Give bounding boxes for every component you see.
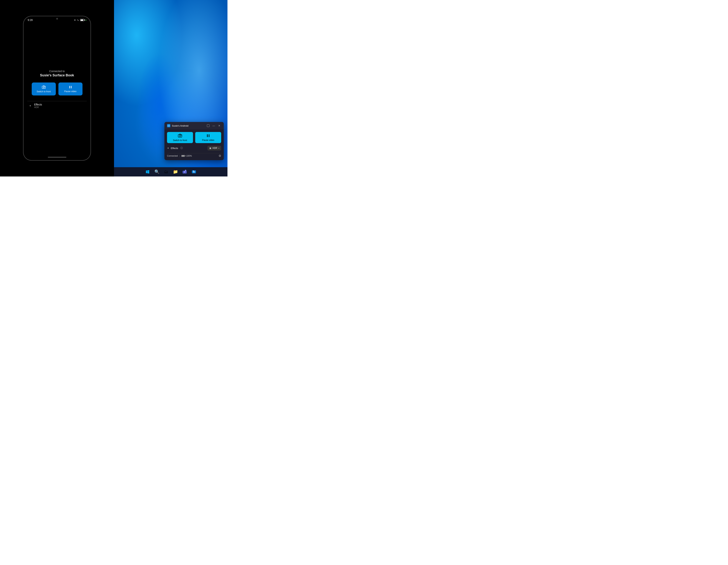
left-panel: 9:28 ∗ ∿ — [0, 0, 114, 176]
taskbar: 🔍 🗂 📁 T — [114, 167, 227, 176]
popup-info-icon: ⓘ — [180, 146, 183, 150]
popup-window: Susie's Android — ✕ — [164, 122, 224, 160]
popup-restore-icon — [207, 124, 209, 127]
taskbar-item-phone-link[interactable] — [190, 168, 198, 176]
taskbar-item-search[interactable]: 🔍 — [153, 168, 161, 176]
taskbar-item-start[interactable] — [143, 168, 152, 176]
popup-battery-percent: 100% — [186, 155, 192, 157]
popup-title-controls: — ✕ — [206, 124, 221, 128]
phone-switch-to-front-label: Switch to front — [37, 90, 51, 93]
svg-point-12 — [185, 170, 186, 171]
svg-point-15 — [194, 172, 194, 172]
battery-body — [80, 19, 84, 21]
phone-camera — [56, 18, 58, 20]
battery-charging-dot — [85, 20, 86, 21]
svg-rect-8 — [207, 134, 208, 137]
battery-icon — [80, 19, 86, 21]
phone-content: Connected to Susie's Surface Book Switch… — [24, 22, 90, 157]
phone-link-icon — [168, 125, 170, 127]
effects-label: Effects — [34, 103, 42, 106]
popup-title-text: Susie's Android — [172, 124, 188, 127]
effects-sublabel: HDR — [34, 106, 42, 109]
phone-home-indicator — [24, 157, 90, 160]
windows-logo-icon — [145, 170, 150, 174]
gear-icon: ⚙ — [219, 154, 221, 157]
svg-rect-6 — [178, 135, 182, 137]
popup-effects-row: ✦ Effects ⓘ ▣ HDR ▾ — [167, 146, 221, 151]
phone-buttons-row: Switch to front Pause video — [32, 82, 82, 95]
svg-rect-9 — [209, 134, 209, 137]
popup-effects-label: Effects — [171, 147, 178, 150]
right-panel: Susie's Android — ✕ — [114, 0, 227, 176]
phone-switch-to-front-button[interactable]: Switch to front — [32, 82, 56, 95]
minimize-icon: — — [212, 124, 215, 127]
pause-icon — [69, 85, 72, 89]
popup-minimize-button[interactable]: — — [212, 124, 216, 128]
camera-switch-icon — [42, 85, 46, 89]
popup-battery-fill — [182, 155, 184, 156]
svg-point-5 — [169, 125, 169, 126]
popup-status-left: Connected | 100% — [167, 155, 192, 157]
popup-battery-row: 100% — [181, 155, 192, 157]
popup-pause-video-button[interactable]: Pause video — [195, 132, 221, 143]
popup-battery-tip — [185, 155, 185, 156]
svg-point-7 — [179, 135, 181, 137]
close-icon: ✕ — [218, 124, 220, 127]
popup-restore-button[interactable] — [206, 124, 210, 128]
popup-switch-to-front-button[interactable]: Switch to front — [167, 132, 193, 143]
popup-close-button[interactable]: ✕ — [217, 124, 221, 128]
phone-time: 9:28 — [28, 19, 33, 22]
battery-tip — [84, 19, 85, 21]
phone-frame: 9:28 ∗ ∿ — [23, 16, 91, 161]
popup-status-row: Connected | 100% ⚙ — [167, 153, 221, 158]
home-bar — [48, 157, 66, 158]
svg-rect-3 — [71, 86, 71, 88]
teams-icon: T — [182, 169, 187, 174]
svg-text:T: T — [184, 171, 185, 173]
phone-link-taskbar-icon — [192, 169, 196, 174]
popup-status-connected: Connected — [167, 155, 178, 157]
battery-fill — [81, 19, 83, 21]
phone-divider — [27, 101, 87, 101]
popup-pause-video-label: Pause video — [202, 139, 214, 141]
chevron-down-icon: ▾ — [218, 147, 219, 149]
popup-content: Switch to front Pause video ✦ Effects ⓘ — [164, 129, 224, 160]
phone-pause-video-button[interactable]: Pause video — [58, 82, 82, 95]
popup-camera-switch-icon — [178, 133, 182, 138]
phone-inner: 9:28 ∗ ∿ — [24, 16, 90, 160]
bluetooth-icon: ∗ — [74, 19, 76, 21]
popup-battery-icon — [181, 155, 185, 157]
taskbar-item-folder[interactable]: 📁 — [171, 168, 179, 176]
phone-status-bar: 9:28 ∗ ∿ — [24, 16, 90, 22]
popup-status-divider: | — [179, 155, 180, 157]
phone-pause-video-label: Pause video — [64, 90, 76, 93]
taskbar-item-teams[interactable]: T — [181, 168, 189, 176]
popup-sparkle-icon: ✦ — [167, 147, 169, 150]
search-icon: 🔍 — [154, 169, 159, 174]
svg-rect-2 — [69, 86, 70, 88]
popup-hdr-label: HDR — [212, 147, 217, 149]
popup-settings-button[interactable]: ⚙ — [219, 154, 221, 158]
phone-status-icons: ∗ ∿ — [74, 19, 86, 22]
svg-rect-16 — [193, 171, 194, 171]
file-explorer-icon: 🗂 — [164, 169, 168, 174]
phone-effects-row: ✦ Effects HDR — [27, 103, 87, 109]
effects-sparkle-icon: ✦ — [29, 104, 32, 108]
phone-connected-text: Connected to — [49, 70, 65, 73]
popup-hdr-icon: ▣ — [209, 147, 211, 149]
svg-rect-0 — [42, 86, 45, 89]
wifi-icon: ∿ — [77, 19, 79, 22]
phone-device-name: Susie's Surface Book — [40, 73, 74, 77]
popup-title-left: Susie's Android — [167, 124, 188, 127]
popup-titlebar: Susie's Android — ✕ — [164, 122, 224, 129]
folder-icon: 📁 — [173, 169, 178, 174]
effects-text-group: Effects HDR — [34, 103, 42, 109]
popup-switch-to-front-label: Switch to front — [173, 139, 187, 142]
popup-effects-left: ✦ Effects ⓘ — [167, 146, 183, 150]
taskbar-item-file-explorer[interactable]: 🗂 — [162, 168, 170, 176]
popup-hdr-dropdown[interactable]: ▣ HDR ▾ — [207, 146, 221, 151]
popup-buttons-row: Switch to front Pause video — [167, 132, 221, 143]
popup-pause-icon — [206, 134, 210, 138]
popup-app-icon — [167, 124, 170, 127]
svg-point-1 — [43, 87, 44, 88]
